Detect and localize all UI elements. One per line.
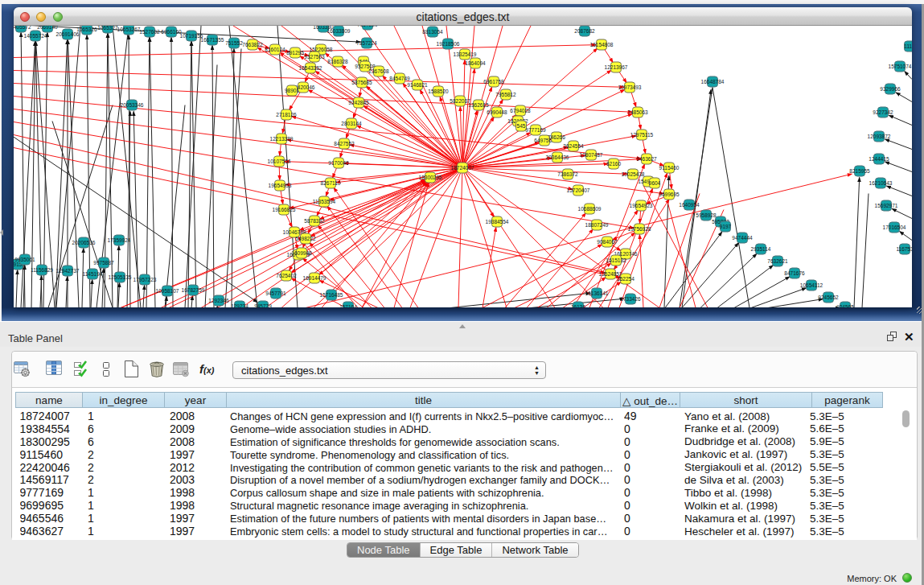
svg-text:9170046: 9170046 <box>328 160 349 166</box>
svg-text:17016504: 17016504 <box>883 225 906 230</box>
svg-text:19218506: 19218506 <box>437 41 460 47</box>
svg-text:1145194: 1145194 <box>83 271 103 277</box>
svg-text:10973493: 10973493 <box>618 84 642 90</box>
svg-text:16648784: 16648784 <box>701 79 725 84</box>
svg-text:9935061: 9935061 <box>14 257 35 262</box>
svg-text:12505135: 12505135 <box>109 274 132 280</box>
svg-text:9242845: 9242845 <box>348 100 369 105</box>
svg-text:9146821: 9146821 <box>407 82 428 88</box>
svg-text:12975115: 12975115 <box>630 132 654 138</box>
svg-text:5875685: 5875685 <box>351 80 372 85</box>
svg-text:10107554: 10107554 <box>268 159 291 164</box>
svg-text:7663822: 7663822 <box>242 42 263 47</box>
svg-text:12093872: 12093872 <box>868 134 891 139</box>
svg-text:12942737: 12942737 <box>56 268 80 274</box>
svg-text:18300295: 18300295 <box>419 175 442 180</box>
svg-text:1292346: 1292346 <box>208 298 229 303</box>
svg-text:9604: 9604 <box>649 180 661 186</box>
svg-text:2718126: 2718126 <box>276 112 297 117</box>
svg-text:11353594: 11353594 <box>313 199 336 204</box>
svg-text:1527602: 1527602 <box>139 29 160 35</box>
svg-text:19166825: 19166825 <box>273 207 296 212</box>
svg-text:16136: 16136 <box>571 304 585 308</box>
svg-text:6966160: 6966160 <box>161 29 182 35</box>
svg-text:2935114: 2935114 <box>751 246 771 252</box>
svg-text:11156829: 11156829 <box>31 267 53 273</box>
svg-text:16210643: 16210643 <box>869 180 893 186</box>
svg-text:9245652: 9245652 <box>818 295 839 300</box>
svg-text:98901: 98901 <box>285 88 299 93</box>
svg-text:9197: 9197 <box>720 224 732 229</box>
svg-text:116753: 116753 <box>896 246 912 252</box>
svg-text:9227342: 9227342 <box>873 109 893 115</box>
svg-text:19756928: 19756928 <box>628 226 651 232</box>
svg-text:16914479: 16914479 <box>303 275 326 281</box>
svg-text:1864094: 1864094 <box>465 60 486 66</box>
svg-text:7485063: 7485063 <box>627 109 648 115</box>
svg-text:15692971: 15692971 <box>875 203 898 208</box>
svg-text:20053346: 20053346 <box>121 102 144 108</box>
svg-text:12213967: 12213967 <box>605 64 628 70</box>
svg-text:129234: 129234 <box>231 303 248 308</box>
svg-text:16154808: 16154808 <box>590 42 614 47</box>
svg-text:12213389: 12213389 <box>270 136 294 142</box>
svg-text:5878332: 5878332 <box>304 218 325 224</box>
svg-text:945779: 945779 <box>254 303 272 308</box>
svg-text:20206536: 20206536 <box>72 240 96 245</box>
svg-text:10025438: 10025438 <box>622 171 645 177</box>
svg-text:1615132: 1615132 <box>606 257 626 263</box>
svg-text:20691406: 20691406 <box>56 31 80 37</box>
svg-text:2087682: 2087682 <box>574 28 595 34</box>
svg-text:10688609: 10688609 <box>578 206 602 212</box>
svg-text:1588520: 1588520 <box>428 89 449 94</box>
svg-text:7857220: 7857220 <box>357 26 378 27</box>
svg-text:9115460: 9115460 <box>659 165 680 171</box>
svg-text:8215955: 8215955 <box>849 168 870 174</box>
svg-text:8427552: 8427552 <box>334 141 355 146</box>
svg-text:9457791: 9457791 <box>265 290 286 296</box>
svg-text:2803144: 2803144 <box>341 121 362 126</box>
svg-text:7632621: 7632621 <box>767 258 788 264</box>
svg-text:8471676: 8471676 <box>784 270 805 276</box>
svg-text:18724007: 18724007 <box>451 165 474 171</box>
svg-text:2367608: 2367608 <box>368 68 389 74</box>
svg-text:16033809: 16033809 <box>327 28 351 34</box>
svg-text:20364436: 20364436 <box>546 154 569 160</box>
svg-text:9329966: 9329966 <box>880 86 901 92</box>
svg-text:15751074: 15751074 <box>889 64 912 69</box>
svg-text:5822037: 5822037 <box>450 98 470 104</box>
svg-text:15716485: 15716485 <box>320 292 343 298</box>
svg-text:8160124: 8160124 <box>265 47 285 52</box>
svg-text:19654953: 19654953 <box>269 183 292 188</box>
svg-text:7625402: 7625402 <box>276 273 297 278</box>
svg-text:1244415: 1244415 <box>869 156 889 162</box>
svg-text:1362615: 1362615 <box>468 102 489 108</box>
svg-text:157164: 157164 <box>339 304 357 308</box>
svg-text:9084067: 9084067 <box>597 239 618 245</box>
svg-text:1640954: 1640954 <box>679 202 700 208</box>
svg-text:5498222: 5498222 <box>295 236 316 241</box>
svg-text:1065326: 1065326 <box>76 27 97 32</box>
svg-text:19654923: 19654923 <box>630 203 653 208</box>
svg-text:6990448: 6990448 <box>487 109 507 115</box>
svg-text:7857224: 7857224 <box>356 40 377 46</box>
svg-text:16782759: 16782759 <box>182 287 205 293</box>
svg-text:924565: 924565 <box>836 304 854 308</box>
svg-text:7955812: 7955812 <box>495 92 516 97</box>
svg-text:9699695: 9699695 <box>659 192 680 197</box>
svg-text:252254: 252254 <box>617 276 634 282</box>
svg-text:15720407: 15720407 <box>567 187 590 193</box>
svg-text:16136141: 16136141 <box>585 290 609 296</box>
svg-text:1609948: 1609948 <box>291 250 312 256</box>
svg-text:545: 545 <box>517 123 526 129</box>
svg-text:5958928: 5958928 <box>696 212 717 218</box>
svg-text:6794028: 6794028 <box>510 108 531 113</box>
svg-text:62160: 62160 <box>606 161 621 167</box>
svg-text:751552: 751552 <box>225 40 243 46</box>
svg-text:10958107: 10958107 <box>156 288 179 294</box>
svg-text:18807249: 18807249 <box>585 222 609 228</box>
svg-text:13325419: 13325419 <box>454 51 477 57</box>
svg-text:9327503: 9327503 <box>304 54 325 60</box>
svg-text:16671355: 16671355 <box>201 37 224 43</box>
svg-text:746266: 746266 <box>548 134 565 140</box>
